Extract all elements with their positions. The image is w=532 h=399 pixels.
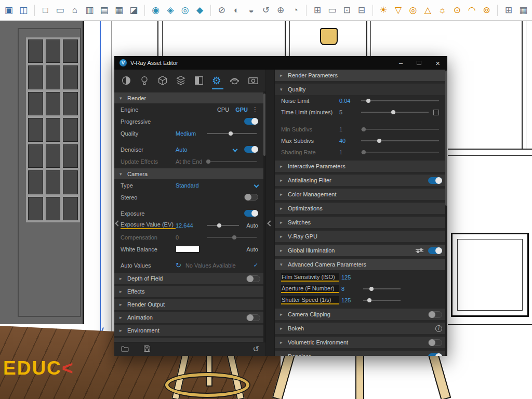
antialiasing-toggle[interactable] (428, 177, 442, 184)
collapse-right-panel-icon[interactable] (267, 220, 273, 226)
close-icon[interactable]: × (435, 59, 440, 67)
right-scrollbar[interactable] (445, 70, 447, 356)
sphere-light-icon[interactable]: ◎ (407, 4, 418, 17)
section-interactive-parameters[interactable]: ▸ Interactive Parameters (275, 161, 447, 172)
white-balance-swatch[interactable] (176, 246, 200, 252)
shutter-speed-value[interactable]: 125 (341, 297, 363, 303)
geometry-icon[interactable] (157, 74, 168, 87)
camera-clipping-toggle[interactable] (428, 311, 442, 318)
section-camera[interactable]: ▾ Camera (114, 168, 265, 179)
spot-light-icon[interactable]: △ (422, 4, 433, 17)
ies-light-icon[interactable]: ☼ (437, 4, 448, 17)
section-environment[interactable]: ▸ Environment (114, 325, 265, 336)
refresh-icon[interactable]: ↻ (176, 261, 181, 269)
section-switches[interactable]: ▸ Switches (275, 217, 447, 228)
hatch-icon[interactable]: ▦ (113, 4, 124, 17)
vray-gem-icon[interactable]: ◈ (165, 4, 176, 17)
frame-buffer-icon[interactable] (247, 74, 259, 87)
progressive-toggle[interactable] (244, 118, 258, 125)
time-limit-slider[interactable] (361, 112, 429, 113)
denoiser-toggle[interactable] (244, 146, 258, 153)
section-effects[interactable]: ▸ Effects (114, 286, 265, 297)
section-bokeh[interactable]: ▸ Bokeh i (275, 323, 447, 334)
max-subdivs-slider[interactable] (361, 140, 439, 141)
section-advanced-camera-parameters[interactable]: ▾ Advanced Camera Parameters (275, 259, 447, 270)
export-frame-icon[interactable]: ⊞ (312, 4, 323, 17)
aperture-slider[interactable] (363, 288, 401, 289)
depth-of-field-toggle[interactable] (246, 275, 260, 282)
lights-icon[interactable] (139, 74, 150, 87)
engine-cpu-option[interactable]: CPU (217, 107, 229, 113)
section-render-parameters[interactable]: ▸ Render Parameters (275, 70, 447, 81)
section-render-output[interactable]: ▸ Render Output (114, 299, 265, 310)
revert-icon[interactable]: ↺ (252, 344, 259, 354)
section-denoiser[interactable]: ▸ Denoiser (275, 351, 447, 356)
add-circle-icon[interactable]: ⊕ (275, 4, 286, 17)
textures-icon[interactable] (193, 74, 205, 87)
info-icon[interactable]: i (435, 325, 442, 332)
aperture-value[interactable]: 8 (341, 286, 363, 292)
global-illumination-toggle[interactable] (428, 247, 442, 254)
white-balance-auto-label[interactable]: Auto (246, 246, 258, 252)
dialog-titlebar[interactable]: V V-Ray Asset Editor – × (114, 56, 447, 70)
denoiser-dropdown-icon[interactable] (233, 147, 238, 152)
vray-diamond-icon[interactable]: ◆ (194, 4, 205, 17)
max-subdivs-value[interactable]: 40 (339, 138, 361, 144)
omni-light-icon[interactable]: ⊙ (451, 4, 462, 17)
time-limit-checkbox[interactable] (433, 110, 439, 115)
ev-value[interactable]: 12.644 (176, 222, 205, 229)
section-color-management[interactable]: ▸ Color Management (275, 189, 447, 200)
section-box-icon[interactable]: ◫ (18, 4, 29, 17)
shutter-speed-slider[interactable] (363, 300, 401, 301)
section-depth-of-field[interactable]: ▸ Depth of Field (114, 273, 265, 284)
model-box-icon[interactable]: ▣ (3, 4, 14, 17)
section-antialiasing-filter[interactable]: ▸ Antialiasing Filter (275, 175, 447, 186)
shading-rate-slider[interactable] (361, 152, 439, 153)
half-sphere-icon[interactable]: ◒ (246, 4, 257, 17)
render-elements-icon[interactable] (175, 74, 187, 87)
vray-sphere-icon[interactable]: ◉ (150, 4, 161, 17)
section-quality[interactable]: ▾ Quality (275, 84, 447, 95)
no-render-icon[interactable]: ⊘ (216, 4, 227, 17)
open-folder-icon[interactable] (121, 344, 129, 354)
quality-value[interactable]: Medium (176, 130, 205, 137)
section-render[interactable]: ▾ Render (114, 92, 265, 103)
film-sensitivity-value[interactable]: 125 (341, 274, 363, 281)
panel-splitter[interactable] (266, 70, 275, 356)
camera-rig-icon[interactable]: ⊞ (503, 4, 514, 17)
minimize-icon[interactable]: – (399, 60, 403, 66)
dome-light-icon[interactable]: ◠ (467, 4, 477, 17)
type-dropdown-icon[interactable] (254, 183, 259, 188)
stereo-toggle[interactable] (244, 194, 258, 201)
noise-limit-slider[interactable] (361, 100, 439, 101)
section-vray-gpu[interactable]: ▸ V-Ray GPU (275, 231, 447, 242)
section-global-illumination[interactable]: ▸ Global Illumination (275, 245, 447, 256)
noise-limit-value[interactable]: 0.04 (339, 98, 361, 104)
volumetric-environment-toggle[interactable] (428, 339, 442, 346)
history-icon[interactable]: ↺ (260, 4, 271, 17)
ev-auto-label[interactable]: Auto (246, 222, 258, 229)
mixer-icon[interactable] (416, 249, 423, 252)
engine-menu-icon[interactable]: ⋮ (252, 106, 258, 113)
settings-icon[interactable]: ⚙ (211, 74, 222, 87)
infinite-plane-icon[interactable]: ▦ (518, 4, 529, 17)
denoiser-value[interactable]: Auto (176, 147, 205, 153)
vray-target-icon[interactable]: ◎ (180, 4, 191, 17)
mesh-light-icon[interactable]: ⊚ (481, 4, 492, 17)
maximize-icon[interactable] (417, 61, 421, 65)
section-animation[interactable]: ▸ Animation (114, 312, 265, 323)
min-subdivs-slider[interactable] (361, 129, 439, 130)
ev-slider[interactable] (207, 225, 239, 226)
save-icon[interactable] (143, 344, 151, 354)
plan-icon[interactable]: □ (40, 4, 51, 17)
engine-gpu-option[interactable]: GPU (235, 107, 248, 113)
update-effects-slider[interactable] (207, 161, 257, 162)
left-scrollbar[interactable] (263, 91, 265, 342)
denoiser-section-toggle[interactable] (428, 353, 442, 356)
type-value[interactable]: Standard (176, 182, 205, 189)
time-limit-value[interactable]: 5 (339, 109, 361, 115)
section-camera-clipping[interactable]: ▸ Camera Clipping (275, 309, 447, 320)
lock-frame-icon[interactable]: ⊟ (356, 4, 367, 17)
plane-light-icon[interactable]: ▽ (393, 4, 404, 17)
house-icon[interactable]: ⌂ (69, 4, 80, 17)
